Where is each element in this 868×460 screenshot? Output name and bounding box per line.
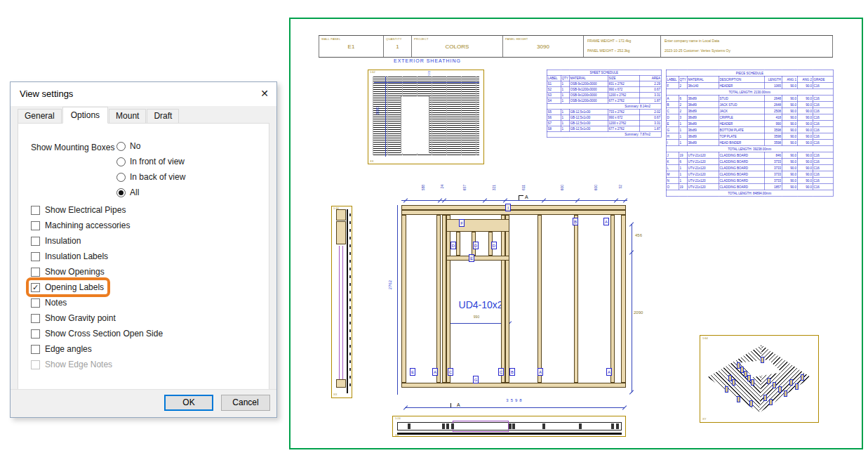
radio-button[interactable] [116,142,126,151]
table-row: PIECE SCHEDULE [666,70,833,76]
checkbox-edge-angles[interactable]: Edge angles [31,341,92,357]
stud-spacing-dim: 321 [492,185,496,190]
opening-section [453,421,509,432]
stud-section [611,423,614,429]
stud-spacing-dim: 24 [440,185,444,189]
mounting-boxes-radio-group: NoIn front of viewIn back of viewAll [116,138,185,200]
title-block-cell: WALL PANEL E1 [319,36,384,57]
radio-option-in-back-of-view[interactable]: In back of view [116,169,185,185]
checkbox-box[interactable] [31,252,40,261]
checkbox-insulation-labels[interactable]: Insulation Labels [31,249,108,264]
checkbox-label: Notes [45,298,67,308]
table-cell: BOTTOM PLATE [719,126,764,133]
table-cell: 1200 x 2762 [608,120,639,126]
radio-button[interactable] [116,157,126,166]
table-cell: OSB-9x1200x3000 [569,86,608,92]
table-cell: C16 [813,95,833,101]
radio-label: No [130,141,140,151]
table-cell: C16 [813,126,833,133]
table-cell: OSB-9x1200x3000 [569,92,608,98]
radio-option-all[interactable]: All [116,185,139,200]
table-row: LABELQTYMATERIALSIZEAREA [547,75,661,81]
title-block-company: Enter company name in Local Data 2023-10… [661,36,833,57]
table-cell: DESCRIPTION [719,76,764,82]
stud-spacing-dim: 657 [462,185,467,190]
piece-label-marker: D [491,242,497,249]
checkbox-box[interactable] [31,221,40,230]
checkbox-box[interactable] [31,329,40,339]
cladding-line [339,246,340,382]
stud-spacing-dim: 611 [521,185,526,190]
table-cell: 846 [764,152,782,158]
mounting-box-marker [801,374,804,381]
mounting-box-marker [778,386,782,393]
piece-label-marker: C [448,368,453,376]
table-cell: 2.29 [639,81,661,86]
radio-button[interactable] [116,173,126,182]
table-cell: MATERIAL [569,75,608,81]
piece-label-marker: C [498,368,504,376]
table-cell: 90.0 [797,139,813,145]
tab-options[interactable]: Options [62,107,108,124]
tab-mount[interactable]: Mount [109,109,146,123]
radio-button[interactable] [116,188,126,197]
table-cell: LABEL [547,75,561,81]
checkbox-box[interactable] [31,206,40,215]
table-row: N1UTV-21x120CLADDING BOARD373390.090.0C1… [666,177,833,183]
title-block-cell: PROJECT COLORS [412,36,503,57]
checkbox-show-openings[interactable]: Show Openings [31,264,105,280]
tab-general[interactable]: General [18,109,62,123]
table-cell: S4 [547,98,561,103]
checkbox-label: Show Cross Section Open Side [45,329,163,339]
table-cell: H [666,133,679,139]
checkbox-notes[interactable]: Notes [31,295,67,310]
table-cell: 677 x 2762 [608,98,639,103]
table-cell: 1 [561,98,569,103]
tab-draft[interactable]: Draft [147,109,179,123]
table-cell: 90.0 [797,126,813,133]
table-cell: HEAD BINDER [719,139,764,145]
field-value: 3090 [503,44,583,50]
table-cell: C16 [813,107,833,114]
checkbox-box [31,360,40,369]
checkbox-box[interactable] [31,345,40,354]
top-dimension-row: 5882465732161160060052 [401,182,627,203]
checkbox-show-gravity-point[interactable]: Show Gravity point [31,310,116,326]
checkbox-box[interactable] [31,298,40,308]
field-value: E1 [319,44,383,50]
checkbox-box[interactable] [31,268,40,277]
date-customer-line: 2023-10-25 Customer: Vertex Systems Oy [665,48,730,53]
cancel-button[interactable]: Cancel [221,395,270,411]
table-cell: JACK STUD [719,101,764,107]
table-cell: 38x89 [687,126,719,133]
table-cell: 6 [679,158,687,164]
sheathing-top-dim: 572 [427,71,431,76]
table-cell: C16 [813,120,833,126]
table-row: S41OSB-9x1200x3000677 x 27621.87 [547,98,661,103]
table-cell: I [666,139,679,145]
frame-member [456,232,460,256]
checkbox-show-cross-section-open-side[interactable]: Show Cross Section Open Side [31,326,163,341]
checkbox-insulation[interactable]: Insulation [31,233,81,249]
drawing-viewport[interactable]: WALL PANEL E1 QUANTITY 1 PROJECT COLORS … [289,18,863,449]
checkbox-show-electrical-pipes[interactable]: Show Electrical Pipes [31,202,126,218]
close-icon[interactable]: ✕ [257,86,272,101]
table-cell: 90.0 [797,95,813,101]
checkbox-box[interactable] [31,237,40,246]
table-row: S81GB-12,5x1x30677 x 27621.87 [547,126,661,131]
table-row: I138x89HEAD BINDER359890.090.0C16 [666,139,833,145]
table-cell: K [666,158,679,164]
table-cell: 418 [764,114,782,120]
stud-section [408,423,410,429]
table-cell: 38x89 [687,114,719,120]
ok-button[interactable]: OK [164,395,213,411]
checkbox-box[interactable]: ✓ [31,283,40,292]
checkbox-opening-labels[interactable]: ✓Opening Labels [31,280,104,295]
table-cell: MATERIAL [687,76,719,82]
checkbox-box[interactable] [31,314,40,323]
radio-option-in-front-of-view[interactable]: In front of view [116,154,185,169]
table-cell: S1 [547,81,561,86]
checkbox-machining-accessories[interactable]: Machining accessories [31,218,130,233]
opening-top-dim: 456 [635,233,642,237]
radio-option-no[interactable]: No [116,138,140,154]
